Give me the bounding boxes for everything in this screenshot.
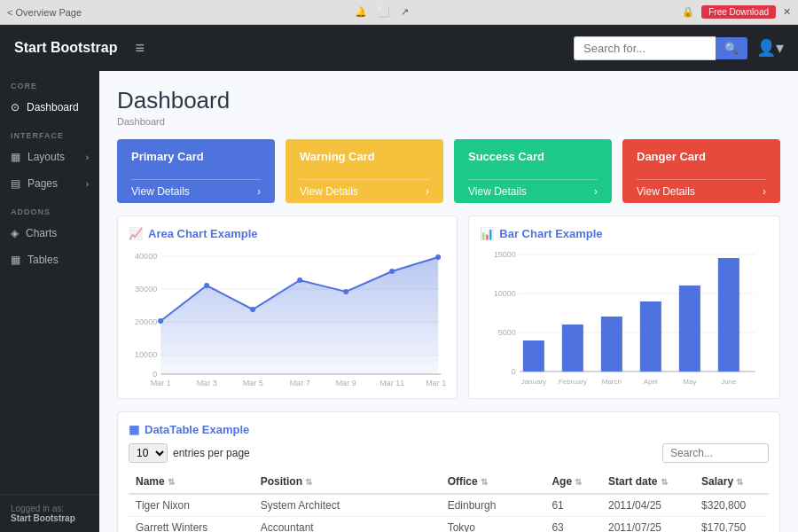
chevron-right-icon: › [86, 179, 89, 189]
datatable-table: Name ⇅ Position ⇅ Office ⇅ Age ⇅ Start d… [129, 470, 769, 532]
search-button[interactable]: 🔍 [716, 37, 747, 59]
datatable-controls: 102550 entries per page [129, 443, 769, 463]
sidebar-section-interface: INTERFACE ▦ Layouts › ▤ Pages › [0, 121, 99, 197]
col-position[interactable]: Position ⇅ [254, 470, 441, 494]
svg-text:Mar 9: Mar 9 [336, 379, 356, 387]
danger-card[interactable]: Danger Card View Details › [622, 139, 780, 203]
sidebar-section-core: CORE ⊙ Dashboard [0, 71, 99, 121]
card-view-details[interactable]: View Details › [300, 179, 429, 203]
col-age[interactable]: Age ⇅ [544, 470, 601, 494]
sort-icon: ⇅ [736, 477, 743, 487]
sidebar-item-label: Pages [27, 177, 58, 190]
free-download-button[interactable]: Free Download [701, 5, 776, 19]
svg-rect-37 [679, 286, 700, 372]
svg-text:Mar 1: Mar 1 [151, 379, 171, 387]
sort-icon: ⇅ [481, 477, 488, 487]
sidebar-footer: Logged in as: Start Bootstrap [0, 494, 99, 532]
svg-rect-36 [640, 301, 661, 372]
svg-marker-10 [160, 257, 438, 374]
brand-name: Start Bootstrap [14, 40, 117, 56]
card-title: Primary Card [131, 150, 261, 163]
bar-chart-svg: 15000 10000 5000 0 [480, 246, 769, 387]
table-icon: ▦ [11, 254, 20, 266]
svg-text:10000: 10000 [494, 289, 516, 298]
bar-chart-title: 📊 Bar Chart Example [480, 227, 769, 240]
card-view-details[interactable]: View Details › [131, 179, 261, 203]
datatable-search-control [662, 443, 769, 463]
success-card[interactable]: Success Card View Details › [454, 139, 612, 203]
svg-text:June: June [721, 378, 737, 386]
table-cell: Edinburgh [441, 494, 545, 517]
sort-icon: ⇅ [168, 477, 175, 487]
table-cell: 2011/04/25 [601, 494, 694, 517]
sidebar-item-label: Tables [27, 254, 59, 266]
sidebar-toggle-button[interactable]: ≡ [135, 39, 145, 58]
col-salary[interactable]: Salary ⇅ [694, 470, 769, 494]
table-cell: Accountant [254, 517, 441, 533]
col-start-date[interactable]: Start date ⇅ [601, 470, 694, 494]
view-details-label: View Details [131, 185, 190, 198]
sort-icon: ⇅ [575, 477, 582, 487]
square-icon[interactable]: ⬜ [378, 6, 390, 18]
sort-icon: ⇅ [661, 477, 668, 487]
view-details-label: View Details [300, 185, 358, 198]
datatable-search-input[interactable] [662, 443, 769, 463]
breadcrumb: Dashboard [117, 116, 780, 127]
col-name[interactable]: Name ⇅ [129, 470, 254, 494]
svg-text:15000: 15000 [494, 250, 516, 259]
entries-select[interactable]: 102550 [129, 443, 168, 463]
chart-icon: ◈ [11, 227, 19, 239]
browser-chrome: < Overview Page 🔔 ⬜ ↗ 🔒 Free Download ✕ [0, 0, 798, 25]
entries-label: entries per page [173, 447, 250, 459]
sidebar-item-pages[interactable]: ▤ Pages › [0, 170, 99, 197]
sidebar-item-charts[interactable]: ◈ Charts [0, 220, 99, 246]
browser-back[interactable]: < Overview Page [7, 7, 82, 18]
share-icon[interactable]: ↗ [401, 6, 409, 18]
table-cell: Tiger Nixon [129, 494, 254, 517]
svg-point-17 [435, 254, 441, 260]
arrow-right-icon: › [594, 185, 598, 198]
sidebar-item-dashboard[interactable]: ⊙ Dashboard [0, 94, 99, 121]
table-cell: 61 [544, 494, 601, 517]
datatable-icon: ▦ [129, 423, 139, 436]
table-cell: $320,800 [694, 494, 769, 517]
sidebar-item-label: Charts [26, 227, 57, 239]
card-title: Success Card [468, 150, 598, 163]
sidebar-section-label-core: CORE [0, 71, 99, 94]
area-chart-svg: 40000 30000 20000 10000 0 [129, 246, 446, 387]
svg-text:January: January [521, 378, 546, 386]
page-title: Dashboard [117, 87, 780, 114]
svg-point-12 [204, 283, 209, 288]
search-input[interactable] [574, 36, 716, 60]
table-cell: $170,750 [694, 517, 769, 533]
svg-text:Mar 11: Mar 11 [379, 379, 404, 387]
cards-row: Primary Card View Details › Warning Card… [117, 139, 780, 203]
pages-icon: ▤ [11, 177, 20, 190]
card-title: Warning Card [300, 150, 429, 163]
svg-text:May: May [684, 378, 697, 386]
bar-chart-card: 📊 Bar Chart Example 15000 10000 5000 0 [468, 215, 780, 399]
card-view-details[interactable]: View Details › [637, 179, 766, 203]
datatable-title: ▦ DataTable Example [129, 423, 769, 436]
arrow-right-icon: › [426, 185, 429, 198]
svg-point-15 [343, 289, 348, 294]
sidebar-item-label: Layouts [27, 151, 65, 163]
svg-text:Mar 3: Mar 3 [197, 379, 217, 387]
sidebar-item-layouts[interactable]: ▦ Layouts › [0, 144, 99, 170]
svg-rect-34 [562, 325, 583, 372]
primary-card[interactable]: Primary Card View Details › [117, 139, 275, 203]
layout-icon: ▦ [11, 151, 20, 163]
card-view-details[interactable]: View Details › [468, 179, 598, 203]
bell-icon[interactable]: 🔔 [355, 6, 367, 18]
warning-card[interactable]: Warning Card View Details › [286, 139, 443, 203]
table-row: Garrett WintersAccountantTokyo632011/07/… [129, 517, 769, 533]
col-office[interactable]: Office ⇅ [441, 470, 545, 494]
close-icon[interactable]: ✕ [783, 6, 791, 18]
sidebar-item-label: Dashboard [27, 101, 79, 113]
tachometer-icon: ⊙ [11, 101, 20, 113]
sidebar-item-tables[interactable]: ▦ Tables [0, 246, 99, 273]
area-chart-card: 📈 Area Chart Example 40000 30000 20000 1… [117, 215, 458, 399]
card-title: Danger Card [637, 150, 766, 163]
user-menu-button[interactable]: 👤▾ [756, 38, 784, 58]
sidebar-footer-line2: Start Bootstrap [11, 513, 89, 523]
